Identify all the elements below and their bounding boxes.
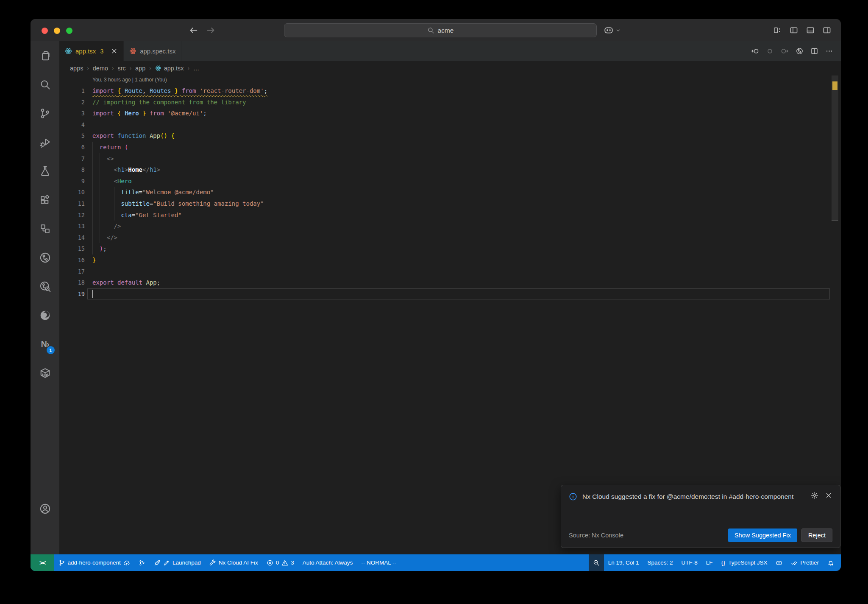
status-cursor-position[interactable]: Ln 19, Col 1 bbox=[604, 554, 643, 571]
status-git-branch[interactable]: add-hero-component bbox=[54, 554, 134, 571]
status-formatter-prettier[interactable]: Prettier bbox=[787, 554, 823, 571]
breadcrumb-item-apps[interactable]: apps bbox=[70, 65, 83, 72]
split-editor-button[interactable] bbox=[810, 47, 818, 55]
customize-layout-button[interactable] bbox=[773, 25, 782, 35]
breadcrumb-item-src[interactable]: src bbox=[117, 65, 125, 72]
code-line-6[interactable]: 6 return ( bbox=[59, 142, 841, 153]
activity-containers[interactable] bbox=[31, 358, 59, 387]
tab-app.tsx[interactable]: app.tsx 3 bbox=[59, 41, 124, 61]
line-content: } bbox=[92, 254, 96, 266]
status-eol[interactable]: LF bbox=[702, 554, 717, 571]
command-center-search[interactable]: acme bbox=[284, 23, 597, 37]
gitlens-file-history-button[interactable] bbox=[796, 47, 804, 55]
tab-label: app.spec.tsx bbox=[140, 48, 175, 55]
activity-account[interactable] bbox=[31, 494, 59, 523]
status-auto-attach[interactable]: Auto Attach: Always bbox=[298, 554, 357, 571]
copilot-menu-button[interactable] bbox=[604, 25, 621, 35]
minimize-window-button[interactable] bbox=[54, 28, 60, 34]
code-line-4[interactable]: 4 bbox=[59, 119, 841, 131]
activity-run-debug[interactable] bbox=[31, 128, 59, 157]
status-text: Prettier bbox=[800, 559, 819, 566]
activity-gitlens-inspect[interactable] bbox=[31, 272, 59, 301]
activity-linked-editors[interactable] bbox=[31, 214, 59, 243]
breadcrumb-separator: › bbox=[187, 65, 189, 71]
status-language-mode[interactable]: {}TypeScript JSX bbox=[717, 554, 772, 571]
reject-button[interactable]: Reject bbox=[801, 528, 832, 542]
breadcrumb-item-app[interactable]: app bbox=[135, 65, 145, 72]
status-problems[interactable]: 03 bbox=[262, 554, 298, 571]
activity-settings[interactable] bbox=[31, 523, 59, 552]
editor[interactable]: You, 3 hours ago | 1 author (You) 1impor… bbox=[59, 75, 841, 554]
breadcrumb-symbol[interactable]: … bbox=[193, 65, 200, 72]
more-actions-button[interactable] bbox=[825, 47, 833, 55]
scrollbar[interactable] bbox=[832, 75, 838, 554]
toggle-secondary-sidebar-button[interactable] bbox=[822, 25, 832, 35]
close-tab-button[interactable] bbox=[111, 48, 118, 55]
back-button[interactable] bbox=[188, 25, 199, 36]
activity-edge-browser[interactable] bbox=[31, 301, 59, 330]
activity-source-control[interactable] bbox=[31, 99, 59, 128]
activity-badge: 1 bbox=[47, 346, 55, 354]
code-line-5[interactable]: 5export function App() { bbox=[59, 130, 841, 142]
status-launchpad[interactable]: Launchpad bbox=[150, 554, 205, 571]
code-line-16[interactable]: 16} bbox=[59, 254, 841, 266]
status-bar: ><add-hero-componentLaunchpadNx Cloud AI… bbox=[31, 554, 841, 571]
code-line-14[interactable]: 14 </> bbox=[59, 232, 841, 243]
toggle-primary-sidebar-button[interactable] bbox=[789, 25, 798, 35]
close-window-button[interactable] bbox=[42, 28, 48, 34]
toggle-panel-button[interactable] bbox=[806, 25, 815, 35]
activity-explorer[interactable] bbox=[31, 41, 59, 70]
search-icon bbox=[427, 27, 434, 34]
open-change-button[interactable] bbox=[766, 47, 774, 55]
status-notifications-bell[interactable] bbox=[823, 554, 838, 571]
status-vim-mode[interactable]: -- NORMAL -- bbox=[357, 554, 401, 571]
react-icon bbox=[65, 48, 72, 55]
edge-browser-icon bbox=[39, 310, 51, 321]
status-zoom-level[interactable] bbox=[589, 554, 604, 571]
status-copilot-status[interactable] bbox=[771, 554, 787, 571]
activity-testing[interactable] bbox=[31, 157, 59, 185]
status-encoding[interactable]: UTF-8 bbox=[677, 554, 701, 571]
code-line-2[interactable]: 2// importing the component from the lib… bbox=[59, 97, 841, 108]
status-nx-cloud-ai-fix[interactable]: Nx Cloud AI Fix bbox=[205, 554, 262, 571]
status-indentation[interactable]: Spaces: 2 bbox=[643, 554, 677, 571]
activity-search[interactable] bbox=[31, 70, 59, 99]
status-commit-graph[interactable] bbox=[134, 554, 150, 571]
vscode-window: acme N›1 app.tsx 3 app.spec.tsx apps›dem… bbox=[31, 19, 841, 571]
code-line-15[interactable]: 15 ); bbox=[59, 243, 841, 254]
code-line-3[interactable]: 3import { Hero } from '@acme/ui'; bbox=[59, 108, 841, 119]
zoom-window-button[interactable] bbox=[66, 28, 72, 34]
open-next-change-button[interactable] bbox=[781, 47, 789, 55]
code-line-17[interactable]: 17 bbox=[59, 266, 841, 277]
chevron-down-icon bbox=[615, 27, 621, 34]
code-line-8[interactable]: 8 <h1>Home</h1> bbox=[59, 164, 841, 176]
code-line-9[interactable]: 9 <Hero bbox=[59, 176, 841, 187]
status-text: Ln 19, Col 1 bbox=[608, 559, 639, 566]
code-line-18[interactable]: 18export default App; bbox=[59, 277, 841, 288]
open-previous-change-button[interactable] bbox=[751, 47, 759, 55]
close-icon[interactable] bbox=[825, 492, 832, 499]
notification-settings-icon[interactable] bbox=[811, 492, 818, 499]
code-line-12[interactable]: 12 cta="Get Started" bbox=[59, 210, 841, 221]
code-line-19[interactable]: 19 bbox=[59, 288, 841, 300]
pen-icon bbox=[163, 559, 170, 566]
account-icon bbox=[39, 503, 51, 515]
forward-button[interactable] bbox=[206, 25, 216, 36]
scrollbar-thumb[interactable] bbox=[832, 76, 838, 221]
activity-nx-console[interactable]: N›1 bbox=[31, 330, 59, 358]
code-line-11[interactable]: 11 subtitle="Build something amazing tod… bbox=[59, 198, 841, 210]
breadcrumb-item-demo[interactable]: demo bbox=[93, 65, 108, 72]
status-remote-indicator[interactable]: >< bbox=[31, 554, 54, 571]
show-suggested-fix-button[interactable]: Show Suggested Fix bbox=[728, 528, 797, 542]
codelens-blame[interactable]: You, 3 hours ago | 1 author (You) bbox=[92, 77, 841, 85]
breadcrumb-separator: › bbox=[130, 65, 131, 71]
breadcrumb-item-file[interactable]: app.tsx bbox=[155, 65, 184, 72]
code-line-13[interactable]: 13 /> bbox=[59, 221, 841, 232]
tab-app.spec.tsx[interactable]: app.spec.tsx bbox=[124, 41, 181, 61]
line-content: ); bbox=[92, 243, 107, 254]
activity-extensions[interactable] bbox=[31, 185, 59, 214]
code-line-7[interactable]: 7 <> bbox=[59, 153, 841, 165]
activity-gitlens[interactable] bbox=[31, 243, 59, 272]
code-line-1[interactable]: 1import { Route, Routes } from 'react-ro… bbox=[59, 85, 841, 97]
code-line-10[interactable]: 10 title="Welcmoe @acme/demo" bbox=[59, 187, 841, 198]
